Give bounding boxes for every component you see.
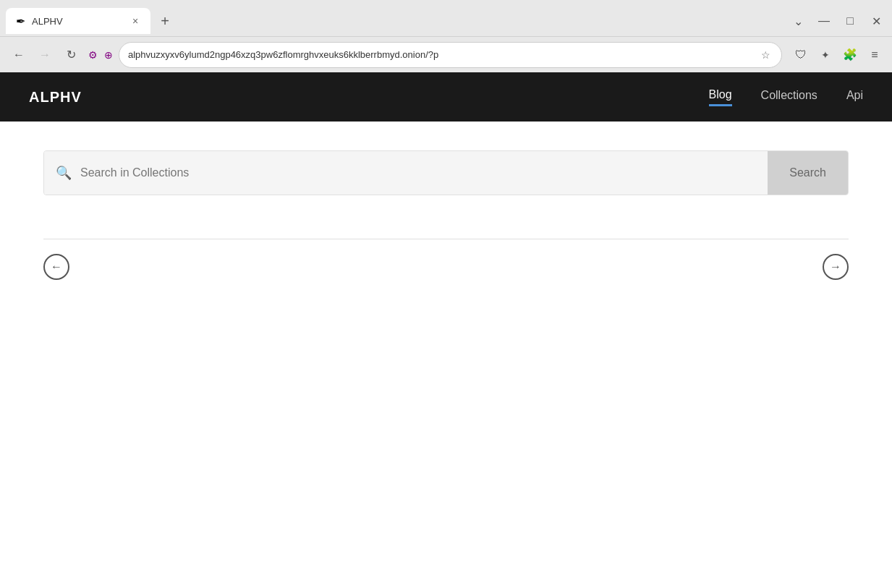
prev-arrow-icon: ← (51, 260, 62, 273)
back-button[interactable]: ← (7, 43, 30, 67)
new-tab-button[interactable]: + (153, 9, 177, 33)
tab-favicon: ✒ (14, 15, 26, 27)
search-input[interactable] (80, 166, 756, 179)
tracking-protection-icon: ⚙ (85, 48, 100, 62)
tab-close-button[interactable]: × (129, 14, 142, 27)
dropdown-button[interactable]: ⌄ (788, 11, 808, 31)
forward-button[interactable]: → (33, 43, 56, 67)
tab-title: ALPHV (32, 16, 123, 27)
reload-button[interactable]: ↻ (59, 43, 82, 67)
next-page-button[interactable]: → (823, 254, 849, 280)
search-container: 🔍 Search (43, 150, 849, 195)
search-icon: 🔍 (56, 165, 72, 181)
magic-icon[interactable]: ✦ (815, 45, 836, 65)
search-input-wrap: 🔍 (44, 151, 768, 195)
menu-icon[interactable]: ≡ (865, 45, 885, 65)
site-header: ALPHV Blog Collections Api (0, 72, 892, 122)
nav-item-api[interactable]: Api (846, 89, 863, 105)
extensions-icon[interactable]: 🧩 (840, 45, 860, 65)
address-text: alphvuzxyxv6ylumd2ngp46xzq3pw6zflomrghvx… (128, 49, 748, 60)
divider (43, 239, 849, 239)
prev-page-button[interactable]: ← (43, 254, 69, 280)
pagination: ← → (43, 254, 849, 280)
maximize-button[interactable]: □ (840, 11, 860, 31)
nav-item-blog[interactable]: Blog (709, 88, 732, 106)
shield-icon[interactable]: 🛡 (791, 45, 811, 65)
nav-item-collections[interactable]: Collections (761, 89, 817, 105)
site-logo[interactable]: ALPHV (29, 89, 709, 106)
window-close-button[interactable]: ✕ (866, 11, 886, 31)
connection-secure-icon: ⊕ (101, 48, 116, 62)
search-button[interactable]: Search (768, 151, 848, 195)
minimize-button[interactable]: — (814, 11, 834, 31)
next-arrow-icon: → (830, 260, 841, 273)
address-bar[interactable]: alphvuzxyxv6ylumd2ngp46xzq3pw6zflomrghvx… (119, 42, 782, 68)
bookmark-icon[interactable]: ☆ (758, 48, 773, 62)
collections-page: 🔍 Search ← → (0, 122, 892, 309)
page-content: ALPHV Blog Collections Api 🔍 Search ← → (0, 72, 892, 588)
site-nav: Blog Collections Api (709, 88, 863, 106)
active-tab[interactable]: ✒ ALPHV × (6, 8, 150, 34)
